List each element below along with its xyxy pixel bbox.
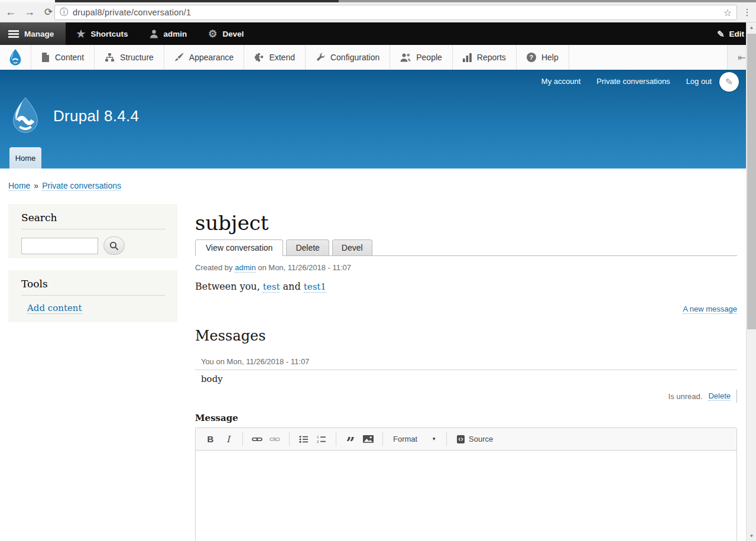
menu-item-help[interactable]: ? Help xyxy=(517,45,569,70)
menu-item-configuration[interactable]: Configuration xyxy=(306,45,390,70)
menu-item-people[interactable]: People xyxy=(390,45,453,70)
main-column: subject View conversation Delete Devel C… xyxy=(195,212,737,541)
secondary-menu-log-out[interactable]: Log out xyxy=(686,77,712,86)
secondary-menu-my-account[interactable]: My account xyxy=(541,77,580,86)
caret-down-icon: ▼ xyxy=(431,436,436,442)
italic-button[interactable]: I xyxy=(220,432,236,447)
page-content: Home»Private conversations Search Tools … xyxy=(0,169,746,541)
numbered-list-icon: 12 xyxy=(317,435,326,443)
new-message-link[interactable]: A new message xyxy=(683,304,737,314)
messages-heading: Messages xyxy=(195,328,737,344)
page-title: subject xyxy=(195,212,737,234)
devel-label: Devel xyxy=(223,30,244,38)
primary-tab-home[interactable]: Home xyxy=(9,147,41,169)
browser-menu-icon[interactable]: ⋮ xyxy=(740,5,754,20)
hamburger-icon xyxy=(8,30,19,38)
participants-conjunction: and xyxy=(280,281,303,292)
participant-link-test[interactable]: test xyxy=(263,281,280,293)
submitted-line: Created by admin on Mon, 11/26/2018 - 11… xyxy=(195,263,737,272)
bold-button[interactable]: B xyxy=(203,432,218,447)
toolbar-item-manage[interactable]: Manage xyxy=(0,22,66,45)
address-bar[interactable]: ⓘ drupal8/private/conversation/1 ☆ xyxy=(54,5,737,20)
search-submit-button[interactable] xyxy=(103,237,125,255)
pencil-icon: ✎ xyxy=(717,30,725,38)
source-button[interactable]: Source xyxy=(453,435,497,443)
toolbar-item-devel[interactable]: ⚙ Devel xyxy=(197,22,254,45)
author-link[interactable]: admin xyxy=(235,263,255,273)
participants-line: Between you, test and test1 xyxy=(195,281,737,292)
add-content-link[interactable]: Add content xyxy=(27,303,82,314)
reports-icon xyxy=(463,53,472,62)
unread-status: Is unread. xyxy=(669,392,703,401)
message-body: body xyxy=(195,370,737,384)
numbered-list-button[interactable]: 12 xyxy=(314,432,329,447)
submitted-suffix: on Mon, 11/26/2018 - 11:07 xyxy=(256,263,351,272)
blockquote-button[interactable]: ” xyxy=(343,432,358,447)
image-button[interactable] xyxy=(361,432,376,447)
actions-divider xyxy=(736,390,737,403)
breadcrumb: Home»Private conversations xyxy=(8,181,121,190)
site-header: My account Private conversations Log out… xyxy=(0,70,746,169)
search-form xyxy=(21,237,166,255)
edit-label: Edit xyxy=(729,30,745,38)
link-button[interactable] xyxy=(249,432,265,447)
forward-icon[interactable]: → xyxy=(21,4,38,21)
toolbar-separator xyxy=(382,432,383,446)
menu-item-content[interactable]: Content xyxy=(31,45,95,70)
breadcrumb-current-link[interactable]: Private conversations xyxy=(42,181,121,191)
menu-label: Structure xyxy=(120,53,154,62)
message-delete-link[interactable]: Delete xyxy=(708,391,731,401)
unlink-button[interactable] xyxy=(267,432,283,447)
message-meta: You on Mon, 11/26/2018 - 11:07 xyxy=(195,357,737,370)
drupal-admin-toolbar: Manage ★ Shortcuts admin ⚙ Devel ✎ Edit xyxy=(0,22,756,45)
scrollbar-thumb[interactable] xyxy=(747,34,756,329)
editor-toolbar: B I 12 ” xyxy=(196,428,736,451)
configuration-icon xyxy=(316,53,325,62)
contextual-edit-button[interactable]: ✎ xyxy=(719,72,739,92)
toolbar-separator xyxy=(289,432,290,446)
structure-icon xyxy=(105,53,115,62)
bullet-list-button[interactable] xyxy=(296,432,312,447)
site-name[interactable]: Drupal 8.4.4 xyxy=(53,107,139,125)
breadcrumb-separator: » xyxy=(34,181,38,190)
menu-label: Help xyxy=(541,53,559,62)
editor-text-area[interactable] xyxy=(196,451,736,541)
tab-delete[interactable]: Delete xyxy=(286,239,329,255)
secondary-menu-private-conversations[interactable]: Private conversations xyxy=(596,77,670,86)
submitted-prefix: Created by xyxy=(195,263,235,272)
search-input[interactable] xyxy=(21,238,98,254)
menu-item-structure[interactable]: Structure xyxy=(95,45,164,70)
toolbar-separator xyxy=(446,432,447,446)
page-info-icon[interactable]: ⓘ xyxy=(60,7,68,18)
tab-devel[interactable]: Devel xyxy=(332,239,372,255)
menu-item-reports[interactable]: Reports xyxy=(453,45,517,70)
toolbar-item-shortcuts[interactable]: ★ Shortcuts xyxy=(66,22,138,45)
menu-item-extend[interactable]: Extend xyxy=(244,45,306,70)
people-icon xyxy=(400,53,411,62)
breadcrumb-home-link[interactable]: Home xyxy=(8,181,30,191)
toolbar-item-user[interactable]: admin xyxy=(139,22,198,45)
appearance-icon xyxy=(174,53,184,62)
participant-link-test1[interactable]: test1 xyxy=(304,281,326,293)
search-block-title: Search xyxy=(21,212,166,229)
menu-item-home-logo[interactable] xyxy=(0,45,31,70)
druplicon-logo[interactable] xyxy=(8,96,43,135)
menu-label: Content xyxy=(55,53,84,62)
menu-item-appearance[interactable]: Appearance xyxy=(164,45,245,70)
format-dropdown[interactable]: Format ▼ xyxy=(390,435,440,443)
tab-view-conversation[interactable]: View conversation xyxy=(195,239,283,256)
new-message-row: A new message xyxy=(195,304,737,313)
url-text[interactable]: drupal8/private/conversation/1 xyxy=(73,8,191,17)
source-label: Source xyxy=(469,435,493,443)
collapse-icon: ⇤ xyxy=(738,52,745,63)
bookmark-star-icon[interactable]: ☆ xyxy=(723,7,732,18)
scroll-down-button[interactable]: ▼ xyxy=(747,531,756,541)
scroll-up-button[interactable]: ▲ xyxy=(747,22,756,33)
svg-text:2: 2 xyxy=(317,440,319,443)
window-scrollbar[interactable]: ▲ ▼ xyxy=(746,22,756,541)
primary-tabs: View conversation Delete Devel xyxy=(195,239,737,256)
pencil-icon: ✎ xyxy=(725,76,733,88)
format-label: Format xyxy=(393,435,417,443)
message-form-label: Message xyxy=(195,413,737,423)
back-icon[interactable]: ← xyxy=(2,4,19,21)
